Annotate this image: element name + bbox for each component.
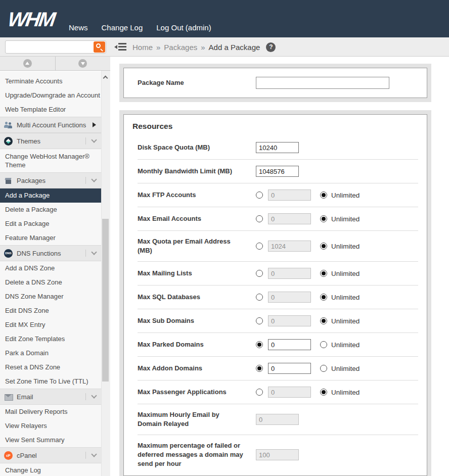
sidebar-item-set-zone-time-to-live-ttl[interactable]: Set Zone Time To Live (TTL)	[0, 374, 101, 389]
chevron-down-icon[interactable]	[91, 393, 97, 398]
chevron-down-icon[interactable]	[91, 137, 97, 142]
sidebar-item-mail-delivery-reports[interactable]: Mail Delivery Reports	[0, 405, 101, 419]
unlimited-radio[interactable]	[320, 243, 327, 250]
limited-radio[interactable]	[256, 341, 263, 348]
sidebar-item-delete-a-package[interactable]: Delete a Package	[0, 203, 101, 217]
limit-input	[268, 189, 311, 201]
sidebar-category-cpanel[interactable]: cPcPanel	[0, 447, 101, 463]
category-label: Packages	[17, 177, 46, 184]
sidebar-item-change-log[interactable]: Change Log	[0, 463, 101, 476]
whm-logo[interactable]: WHM	[7, 8, 56, 31]
packages-icon	[4, 176, 13, 185]
sidebar-item-upgrade-downgrade-an-account[interactable]: Upgrade/Downgrade an Account	[0, 88, 101, 103]
package-name-input[interactable]	[256, 77, 389, 89]
email-icon	[4, 393, 13, 401]
nav-news[interactable]: News	[69, 23, 88, 32]
chevron-down-icon[interactable]	[91, 451, 97, 457]
sidebar-item-reset-a-dns-zone[interactable]: Reset a DNS Zone	[0, 360, 101, 374]
limited-radio[interactable]	[256, 365, 263, 372]
limited-radio[interactable]	[256, 294, 263, 301]
search-input[interactable]	[5, 40, 106, 54]
resource-row-maximum-hourly-email-by-domain-relayed: Maximum Hourly Email by Domain Relayed	[138, 404, 418, 435]
scrollbar-thumb[interactable]	[102, 219, 109, 382]
unlimited-radio[interactable]	[320, 317, 327, 324]
sidebar-menu: Terminate AccountsUpgrade/Downgrade an A…	[0, 71, 101, 476]
sidebar-item-park-a-domain[interactable]: Park a Domain	[0, 346, 101, 360]
scroll-down-button[interactable]	[56, 57, 111, 70]
themes-icon	[4, 137, 13, 146]
sidebar-item-terminate-accounts[interactable]: Terminate Accounts	[0, 74, 101, 88]
unlimited-radio[interactable]	[320, 389, 327, 396]
limit-input	[256, 449, 299, 460]
divider	[85, 177, 86, 184]
sidebar-item-feature-manager[interactable]: Feature Manager	[0, 231, 101, 245]
chevron-down-icon[interactable]	[91, 176, 97, 182]
breadcrumb-packages[interactable]: Packages	[164, 43, 197, 52]
resource-label: Monthly Bandwidth Limit (MB)	[138, 167, 256, 176]
unlimited-radio[interactable]	[320, 215, 327, 222]
main-content: Package Name Resources Disk Space Quota …	[110, 57, 449, 476]
unlimited-label: Unlimited	[331, 389, 360, 396]
unlimited-radio[interactable]	[320, 341, 327, 348]
sidebar-item-dns-zone-manager[interactable]: DNS Zone Manager	[0, 290, 101, 304]
resource-label: Max Passenger Applications	[138, 388, 256, 397]
resource-label: Max Mailing Lists	[138, 269, 256, 278]
package-name-panel: Package Name	[119, 64, 431, 102]
unlimited-label: Unlimited	[331, 270, 360, 277]
sidebar-category-email[interactable]: Email	[0, 389, 101, 405]
search-button[interactable]	[94, 41, 105, 53]
sidebar-item-delete-a-dns-zone[interactable]: Delete a DNS Zone	[0, 275, 101, 290]
resource-row-max-sub-domains: Max Sub DomainsUnlimited	[138, 309, 418, 333]
limited-radio[interactable]	[256, 270, 263, 277]
sidebar-item-add-a-dns-zone[interactable]: Add a DNS Zone	[0, 261, 101, 275]
sidebar-category-packages[interactable]: Packages	[0, 172, 101, 188]
sidebar-item-edit-dns-zone[interactable]: Edit DNS Zone	[0, 304, 101, 318]
toolbar: Home » Packages » Add a Package ?	[0, 37, 449, 57]
sidebar-category-multi-account-functions[interactable]: Multi Account Functions	[0, 117, 101, 133]
sidebar-item-change-webhost-manager-theme[interactable]: Change WebHost Manager® Theme	[0, 149, 101, 172]
limit-input	[268, 241, 311, 252]
scroll-up-button[interactable]	[0, 57, 56, 70]
chevron-down-icon[interactable]	[91, 249, 97, 255]
unlimited-radio[interactable]	[320, 270, 327, 277]
sidebar-category-themes[interactable]: Themes	[0, 133, 101, 149]
unlimited-label: Unlimited	[331, 294, 360, 301]
limit-input	[268, 213, 311, 224]
limited-radio[interactable]	[256, 215, 263, 222]
limit-input[interactable]	[256, 166, 299, 177]
sidebar-category-dns-functions[interactable]: DNSDNS Functions	[0, 245, 101, 261]
expand-right-icon[interactable]	[93, 122, 96, 127]
unlimited-radio[interactable]	[320, 294, 327, 301]
collapse-sidebar-icon[interactable]	[114, 43, 126, 51]
limit-input	[256, 414, 299, 425]
limit-input[interactable]	[268, 339, 311, 350]
sidebar-item-add-a-package[interactable]: Add a Package	[0, 188, 101, 203]
sidebar-item-edit-a-package[interactable]: Edit a Package	[0, 217, 101, 231]
sidebar-item-web-template-editor[interactable]: Web Template Editor	[0, 103, 101, 117]
limited-radio[interactable]	[256, 317, 263, 324]
unlimited-radio[interactable]	[320, 365, 327, 372]
unlimited-radio[interactable]	[320, 192, 327, 199]
limited-radio[interactable]	[256, 389, 263, 396]
breadcrumb-home[interactable]: Home	[132, 43, 153, 52]
nav-change-log[interactable]: Change Log	[102, 23, 143, 32]
limit-input[interactable]	[268, 363, 311, 374]
breadcrumb: Home » Packages » Add a Package ?	[132, 37, 276, 57]
divider	[85, 393, 86, 400]
resource-label: Maximum percentage of failed or deferred…	[138, 441, 256, 468]
breadcrumb-current: Add a Package	[209, 43, 260, 52]
limited-radio[interactable]	[256, 243, 263, 250]
sidebar-item-edit-mx-entry[interactable]: Edit MX Entry	[0, 318, 101, 332]
resource-row-max-parked-domains: Max Parked DomainsUnlimited	[138, 333, 418, 357]
search-wrap	[5, 40, 106, 54]
limit-input[interactable]	[256, 142, 299, 153]
category-label: Email	[17, 393, 33, 401]
sidebar-item-edit-zone-templates[interactable]: Edit Zone Templates	[0, 332, 101, 346]
resource-label: Max SQL Databases	[138, 293, 256, 302]
help-icon[interactable]: ?	[266, 42, 276, 52]
limited-radio[interactable]	[256, 192, 263, 199]
nav-log-out[interactable]: Log Out (admin)	[156, 23, 211, 32]
search-icon	[96, 43, 101, 48]
sidebar-item-view-sent-summary[interactable]: View Sent Summary	[0, 433, 101, 447]
sidebar-item-view-relayers[interactable]: View Relayers	[0, 419, 101, 433]
